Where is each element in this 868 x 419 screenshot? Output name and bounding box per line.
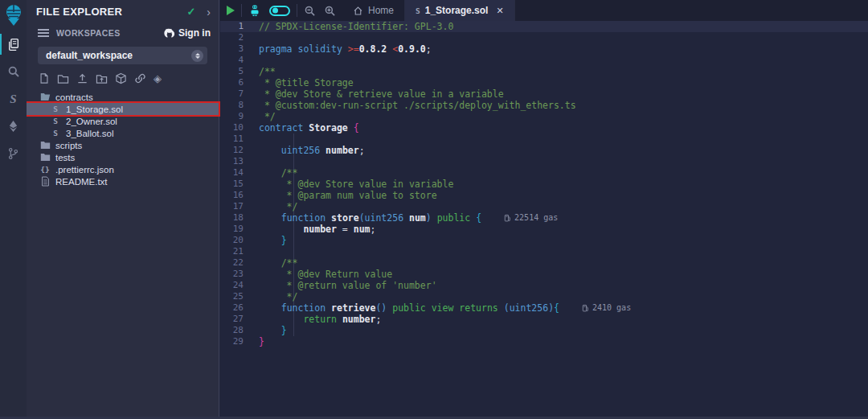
code-line[interactable]: 14 /**	[220, 167, 868, 179]
chevron-right-icon[interactable]: ›	[207, 6, 211, 18]
sign-in-button[interactable]: Sign in	[163, 27, 211, 39]
line-number[interactable]: 20	[220, 235, 256, 246]
tree-item-scripts[interactable]: scripts	[27, 139, 219, 151]
code-line[interactable]: 8 * @custom:dev-run-script ./scripts/dep…	[220, 100, 868, 111]
code-line[interactable]: 21	[220, 246, 868, 257]
code-line[interactable]: 18 function store(uint256 num) public {2…	[220, 212, 868, 224]
line-number[interactable]: 4	[220, 55, 256, 66]
zoom-in-icon[interactable]	[324, 5, 336, 17]
gist-icon[interactable]: ◈	[154, 73, 162, 84]
close-tab-icon[interactable]: ✕	[496, 6, 503, 16]
line-number[interactable]: 22	[220, 257, 256, 269]
tab-home[interactable]: Home	[342, 0, 405, 21]
code-text: }	[259, 325, 287, 336]
tree-item-contracts[interactable]: contracts	[27, 91, 219, 103]
code-line[interactable]: 3pragma solidity >=0.8.2 <0.9.0;	[220, 43, 868, 55]
line-number[interactable]: 25	[220, 291, 256, 302]
line-number[interactable]: 16	[220, 190, 256, 201]
solidity-icon: S	[50, 117, 61, 125]
code-line[interactable]: 11	[220, 134, 868, 145]
new-file-icon[interactable]	[39, 72, 50, 84]
upload-file-icon[interactable]	[76, 72, 88, 84]
tab-1-storage-sol[interactable]: S 1_Storage.sol ✕	[405, 0, 515, 21]
code-text: /**	[259, 167, 297, 179]
line-number[interactable]: 3	[220, 43, 256, 55]
line-number[interactable]: 13	[220, 156, 256, 167]
solidity-compiler-icon[interactable]: S	[0, 85, 27, 113]
code-line[interactable]: 6 * @title Storage	[220, 77, 868, 88]
code-text: }	[259, 235, 287, 246]
tree-item-3-ballot-sol[interactable]: S 3_Ballot.sol	[27, 127, 219, 139]
deploy-run-icon[interactable]	[0, 113, 27, 140]
line-number[interactable]: 17	[220, 201, 256, 212]
tree-item-2-owner-sol[interactable]: S 2_Owner.sol	[27, 115, 219, 127]
line-number[interactable]: 23	[220, 269, 256, 280]
run-script-button[interactable]	[227, 6, 235, 15]
code-line[interactable]: 24 * @return value of 'number'	[220, 280, 868, 291]
code-line[interactable]: 10contract Storage {	[220, 122, 868, 134]
tree-item-tests[interactable]: tests	[27, 151, 219, 163]
workspace-select[interactable]: default_workspace	[38, 47, 207, 64]
code-line[interactable]: 29}	[220, 336, 868, 347]
zoom-out-icon[interactable]	[304, 5, 316, 17]
line-number[interactable]: 6	[220, 77, 256, 88]
line-number[interactable]: 12	[220, 145, 256, 156]
line-number[interactable]: 2	[220, 32, 256, 43]
ai-copilot-toggle[interactable]	[269, 6, 290, 16]
code-line[interactable]: 28 }	[220, 325, 868, 336]
line-number[interactable]: 18	[220, 212, 256, 224]
line-number[interactable]: 28	[220, 325, 256, 336]
code-line[interactable]: 4	[220, 55, 868, 66]
code-line[interactable]: 2	[220, 32, 868, 43]
line-number[interactable]: 15	[220, 179, 256, 190]
line-number[interactable]: 9	[220, 111, 256, 122]
line-number[interactable]: 19	[220, 224, 256, 235]
code-line[interactable]: 22 /**	[220, 257, 868, 269]
line-number[interactable]: 7	[220, 88, 256, 100]
code-line[interactable]: 16 * @param num value to store	[220, 190, 868, 201]
code-line[interactable]: 7 * @dev Store & retrieve value in a var…	[220, 88, 868, 100]
line-number[interactable]: 8	[220, 100, 256, 111]
code-line[interactable]: 17 */	[220, 201, 868, 212]
tree-item-prettierrc-json[interactable]: {} .prettierrc.json	[27, 163, 219, 175]
code-line[interactable]: 1// SPDX-License-Identifier: GPL-3.0	[220, 21, 868, 32]
panel-header: FILE EXPLORER ✓ ›	[27, 0, 219, 21]
line-number[interactable]: 11	[220, 134, 256, 145]
tree-item-readme-txt[interactable]: README.txt	[27, 175, 219, 187]
line-number[interactable]: 29	[220, 336, 256, 347]
code-line[interactable]: 19 number = num;	[220, 224, 868, 235]
ai-assistant-icon[interactable]	[248, 4, 261, 17]
ipfs-cube-icon[interactable]	[115, 72, 127, 84]
code-line[interactable]: 26 function retrieve() public view retur…	[220, 302, 868, 314]
upload-folder-icon[interactable]	[96, 73, 108, 84]
code-editor[interactable]: 1// SPDX-License-Identifier: GPL-3.023pr…	[220, 21, 868, 419]
line-number[interactable]: 1	[220, 21, 256, 32]
line-number[interactable]: 21	[220, 246, 256, 257]
line-number[interactable]: 5	[220, 66, 256, 77]
line-number[interactable]: 10	[220, 122, 256, 134]
code-line[interactable]: 13	[220, 156, 868, 167]
text-file-icon	[39, 176, 51, 187]
code-text: * @title Storage	[259, 77, 354, 88]
git-icon[interactable]	[0, 140, 27, 167]
line-number[interactable]: 27	[220, 314, 256, 325]
code-line[interactable]: 25 */	[220, 291, 868, 302]
search-icon[interactable]	[0, 58, 27, 85]
new-folder-icon[interactable]	[57, 73, 69, 84]
file-explorer-icon[interactable]	[0, 31, 27, 58]
import-url-icon[interactable]	[134, 72, 146, 84]
remix-logo-icon[interactable]	[0, 0, 27, 31]
code-line[interactable]: 27 return number;	[220, 314, 868, 325]
line-number[interactable]: 14	[220, 167, 256, 179]
code-line[interactable]: 12 uint256 number;	[220, 145, 868, 156]
code-line[interactable]: 5/**	[220, 66, 868, 77]
code-line[interactable]: 9 */	[220, 111, 868, 122]
workspaces-menu-icon[interactable]	[38, 27, 49, 39]
check-icon[interactable]: ✓	[186, 6, 195, 18]
code-line[interactable]: 20 }	[220, 235, 868, 246]
code-line[interactable]: 15 * @dev Store value in variable	[220, 179, 868, 190]
line-number[interactable]: 24	[220, 280, 256, 291]
code-line[interactable]: 23 * @dev Return value	[220, 269, 868, 280]
tree-item-1-storage-sol[interactable]: S 1_Storage.sol	[27, 103, 219, 115]
line-number[interactable]: 26	[220, 302, 256, 314]
